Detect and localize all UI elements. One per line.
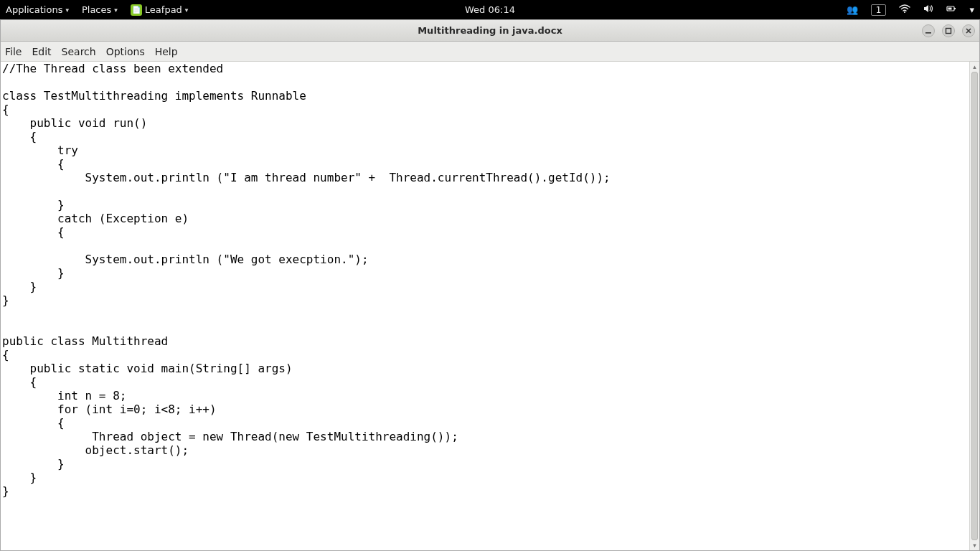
- clock-label: Wed 06:14: [465, 4, 515, 15]
- gnome-top-panel: Applications ▾ Places ▾ 📄 Leafpad ▾ Wed …: [0, 0, 980, 19]
- places-menu[interactable]: Places ▾: [82, 4, 118, 15]
- menu-search[interactable]: Search: [62, 46, 96, 57]
- places-label: Places: [82, 4, 111, 15]
- caret-down-icon: ▾: [185, 6, 189, 14]
- active-app-label: Leafpad: [145, 4, 182, 15]
- battery-icon[interactable]: [946, 4, 956, 15]
- vertical-scrollbar[interactable]: ▴ ▾: [969, 62, 979, 550]
- editor-area: //The Thread class been extended class T…: [1, 62, 979, 550]
- maximize-button[interactable]: [942, 24, 955, 37]
- close-icon: [965, 27, 972, 34]
- applications-label: Applications: [6, 4, 62, 15]
- window-titlebar[interactable]: Multithreading in java.docx: [1, 20, 979, 42]
- active-app-menu[interactable]: 📄 Leafpad ▾: [131, 4, 189, 16]
- scrollbar-thumb[interactable]: [971, 72, 978, 540]
- caret-down-icon: ▾: [114, 6, 118, 14]
- scroll-up-arrow-icon[interactable]: ▴: [970, 62, 979, 72]
- svg-rect-2: [954, 8, 956, 9]
- volume-icon[interactable]: [923, 4, 933, 15]
- text-editor[interactable]: //The Thread class been extended class T…: [1, 62, 969, 550]
- close-button[interactable]: [962, 24, 975, 37]
- minimize-button[interactable]: [922, 24, 935, 37]
- svg-point-0: [904, 11, 905, 13]
- caret-down-icon: ▾: [65, 6, 69, 14]
- window-controls: [922, 24, 975, 37]
- workspace-number: 1: [876, 5, 882, 15]
- svg-rect-4: [925, 32, 931, 34]
- svg-rect-3: [948, 8, 952, 10]
- svg-rect-5: [946, 28, 951, 33]
- workspace-indicator[interactable]: 1: [871, 4, 887, 16]
- maximize-icon: [945, 27, 952, 34]
- menu-help[interactable]: Help: [155, 46, 178, 57]
- window-title: Multithreading in java.docx: [418, 25, 562, 36]
- leafpad-icon: 📄: [131, 4, 142, 16]
- system-menu-caret-icon[interactable]: ▾: [969, 4, 974, 15]
- menubar: File Edit Search Options Help: [1, 42, 979, 62]
- accessibility-icon[interactable]: 👥: [847, 4, 858, 15]
- menu-file[interactable]: File: [5, 46, 22, 57]
- scroll-down-arrow-icon[interactable]: ▾: [970, 540, 979, 550]
- menu-edit[interactable]: Edit: [32, 46, 51, 57]
- menu-options[interactable]: Options: [106, 46, 145, 57]
- clock[interactable]: Wed 06:14: [465, 4, 515, 15]
- editor-window: Multithreading in java.docx File Edit Se…: [0, 19, 980, 551]
- applications-menu[interactable]: Applications ▾: [6, 4, 69, 15]
- minimize-icon: [925, 27, 932, 34]
- network-icon[interactable]: [899, 4, 910, 15]
